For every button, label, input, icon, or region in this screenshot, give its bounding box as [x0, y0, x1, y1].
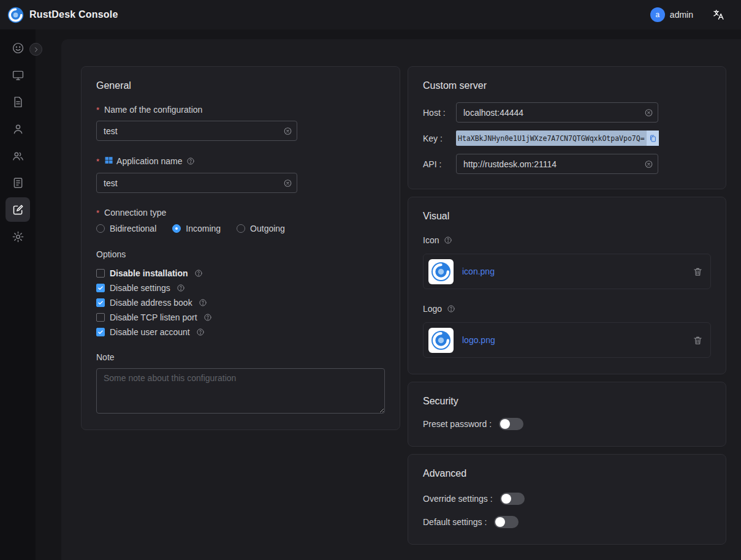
user-menu[interactable]: a admin	[650, 7, 693, 22]
sidebar-item-smiley[interactable]	[6, 36, 30, 60]
icon-file-box: icon.png	[423, 254, 711, 289]
option-disable-installation[interactable]: Disable installation	[96, 267, 385, 280]
radio-bidirectional[interactable]: Bidirectional	[96, 224, 156, 233]
server-row-label: Host :	[423, 108, 450, 118]
option-disable-settings[interactable]: Disable settings	[96, 281, 385, 295]
option-disable-tcp-listen-port[interactable]: Disable TCP listen port	[96, 311, 385, 324]
users-icon	[12, 149, 25, 162]
option-label: Disable settings	[110, 283, 170, 293]
right-column: Custom server Host :Key :HtaXBkJNHyn0e1U…	[408, 66, 726, 545]
option-disable-address-book[interactable]: Disable address book	[96, 296, 385, 309]
override-settings-label: Override settings :	[423, 494, 493, 504]
help-icon	[199, 298, 207, 307]
override-settings-toggle[interactable]	[500, 493, 525, 505]
help-icon	[447, 305, 455, 313]
logo-label-text: Logo	[423, 304, 442, 314]
key-field[interactable]: HtaXBkJNHyn0e1U1jWXze7A7CN7QTGWqxkOtpaVp…	[456, 131, 666, 146]
logo-file-link[interactable]: logo.png	[462, 335, 693, 345]
checkbox-icon[interactable]	[96, 313, 105, 322]
user-icon	[12, 123, 25, 135]
radio-circle-icon	[96, 224, 105, 233]
general-card: General Name of the configuration Applic…	[81, 66, 400, 430]
app-name-label: Application name	[96, 156, 385, 167]
checkbox-icon[interactable]	[96, 284, 105, 292]
security-card: Security Preset password :	[408, 382, 726, 447]
app-name-wrap	[96, 173, 297, 193]
sidebar-item-user[interactable]	[6, 116, 30, 141]
clear-icon[interactable]	[644, 108, 653, 117]
copy-icon[interactable]	[647, 131, 659, 146]
preset-password-row: Preset password :	[423, 418, 711, 430]
visual-card: Visual Icon icon.png Logo	[408, 197, 726, 374]
visual-title: Visual	[423, 211, 711, 222]
config-name-label-text: Name of the configuration	[104, 105, 202, 115]
connection-type-label: Connection type	[96, 208, 385, 218]
help-icon	[196, 328, 205, 336]
server-row: Host :	[423, 102, 711, 123]
monitor-icon	[12, 69, 25, 81]
logo-preview	[428, 328, 454, 353]
advanced-card: Advanced Override settings : Default set…	[408, 454, 726, 545]
radio-outgoing[interactable]: Outgoing	[237, 224, 285, 233]
option-disable-user-account[interactable]: Disable user account	[96, 325, 385, 339]
sidebar	[0, 29, 36, 560]
server-input-wrap	[456, 102, 658, 123]
note-textarea[interactable]	[96, 368, 385, 414]
server-row-label: Key :	[423, 134, 450, 143]
help-icon	[444, 236, 452, 244]
override-settings-row: Override settings :	[423, 493, 711, 505]
app-name-input[interactable]	[96, 173, 297, 193]
clear-icon[interactable]	[644, 159, 653, 168]
server-input[interactable]	[456, 154, 658, 174]
note-label: Note	[96, 352, 385, 362]
translate-icon[interactable]	[712, 8, 725, 21]
server-row: API :	[423, 154, 711, 174]
edit-icon	[12, 203, 25, 216]
options-label: Options	[96, 249, 385, 259]
note-label-text: Note	[96, 352, 115, 362]
config-name-input[interactable]	[96, 121, 297, 141]
server-row-label: API :	[423, 159, 450, 169]
clear-icon[interactable]	[283, 126, 292, 135]
page-body: General Name of the configuration Applic…	[0, 29, 741, 560]
custom-server-title: Custom server	[423, 80, 711, 91]
avatar[interactable]: a	[650, 7, 665, 22]
icon-preview	[428, 259, 454, 284]
security-title: Security	[423, 396, 711, 407]
radio-incoming[interactable]: Incoming	[172, 224, 221, 233]
sidebar-item-users[interactable]	[6, 143, 30, 168]
checkbox-icon[interactable]	[96, 298, 105, 307]
custom-server-card: Custom server Host :Key :HtaXBkJNHyn0e1U…	[408, 66, 726, 189]
sidebar-item-monitor[interactable]	[6, 62, 30, 87]
preset-password-toggle[interactable]	[499, 418, 523, 430]
key-value: HtaXBkJNHyn0e1U1jWXze7A7CN7QTGWqxkOtpaVp…	[456, 131, 647, 146]
checkbox-icon[interactable]	[96, 269, 105, 278]
radio-label: Outgoing	[250, 224, 285, 233]
sidebar-item-edit[interactable]	[6, 197, 30, 222]
trash-icon[interactable]	[693, 267, 703, 277]
clear-icon[interactable]	[283, 178, 292, 187]
sidebar-item-gear[interactable]	[6, 224, 30, 249]
logo-file-box: logo.png	[423, 322, 711, 358]
top-bar: RustDesk Console a admin	[0, 0, 741, 29]
server-input-wrap	[456, 154, 658, 174]
sidebar-item-document[interactable]	[6, 89, 30, 114]
radio-circle-icon	[237, 224, 245, 233]
default-settings-toggle[interactable]	[494, 516, 519, 528]
app-title: RustDesk Console	[29, 9, 118, 20]
trash-icon[interactable]	[693, 335, 703, 346]
icon-file-link[interactable]: icon.png	[462, 267, 693, 276]
server-input[interactable]	[456, 102, 658, 123]
preset-password-label: Preset password :	[423, 419, 492, 429]
default-settings-label: Default settings :	[423, 517, 487, 527]
option-label: Disable TCP listen port	[110, 312, 197, 322]
sidebar-expand-button[interactable]	[29, 43, 42, 56]
help-icon	[203, 313, 212, 322]
checkbox-icon[interactable]	[96, 328, 105, 336]
connection-type-label-text: Connection type	[104, 208, 166, 218]
sidebar-item-logbook[interactable]	[6, 170, 30, 195]
left-column: General Name of the configuration Applic…	[81, 66, 400, 430]
custom-server-rows: Host :Key :HtaXBkJNHyn0e1U1jWXze7A7CN7QT…	[423, 102, 711, 174]
content-area: General Name of the configuration Applic…	[36, 29, 741, 560]
radio-label: Incoming	[186, 224, 221, 233]
